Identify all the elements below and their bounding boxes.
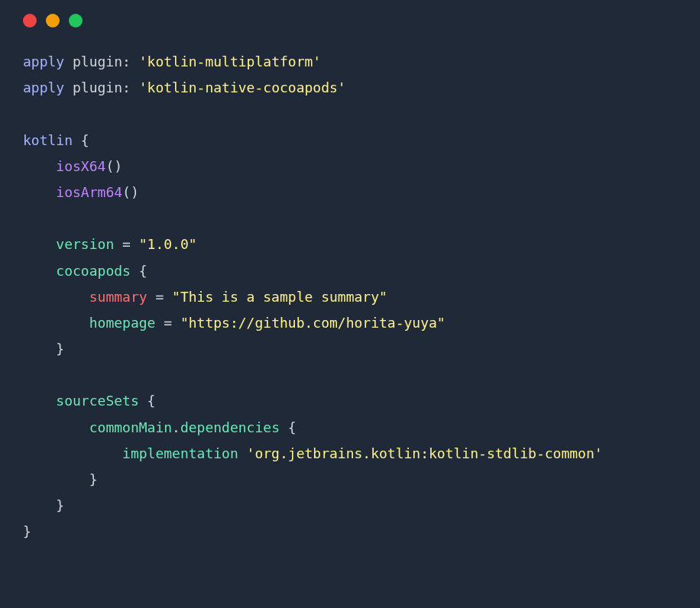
parens: () <box>105 158 122 174</box>
text: plugin: <box>64 53 139 70</box>
indent <box>23 497 56 513</box>
indent <box>23 289 89 305</box>
function-call: iosX64 <box>56 158 105 174</box>
indent <box>23 419 89 435</box>
brace: } <box>89 471 98 487</box>
identifier: dependencies <box>180 419 280 435</box>
indent <box>23 341 56 357</box>
indent <box>23 236 56 252</box>
string-literal: 'org.jetbrains.kotlin:kotlin-stdlib-comm… <box>247 445 603 461</box>
code-window: apply plugin: 'kotlin-multiplatform' app… <box>0 0 700 608</box>
identifier: cocoapods <box>56 263 131 279</box>
string-literal: "https://github.com/horita-yuya" <box>180 315 446 331</box>
function-call: iosArm64 <box>56 184 122 200</box>
maximize-icon[interactable] <box>69 14 83 27</box>
string-literal: 'kotlin-native-cocoapods' <box>139 79 346 95</box>
identifier: homepage <box>89 315 156 331</box>
keyword-apply: apply <box>23 53 64 70</box>
keyword-kotlin: kotlin <box>23 132 73 148</box>
window-titlebar <box>0 0 700 27</box>
brace: { <box>139 393 156 409</box>
close-icon[interactable] <box>23 14 37 27</box>
brace: { <box>73 132 89 148</box>
identifier: commonMain <box>89 419 172 435</box>
brace: } <box>23 523 31 539</box>
brace: } <box>56 497 64 513</box>
operator: = <box>147 289 173 305</box>
parens: () <box>122 184 139 200</box>
indent <box>23 158 56 174</box>
space <box>238 445 247 461</box>
string-literal: "This is a sample summary" <box>172 289 387 305</box>
brace: { <box>131 263 147 279</box>
operator: = <box>114 236 139 252</box>
identifier: implementation <box>122 445 238 461</box>
string-literal: "1.0.0" <box>139 236 197 252</box>
brace: { <box>280 419 297 435</box>
indent <box>23 471 89 487</box>
keyword-apply: apply <box>23 79 64 95</box>
text: plugin: <box>64 79 139 95</box>
identifier: summary <box>89 289 147 305</box>
identifier: version <box>56 236 114 252</box>
dot: . <box>172 419 180 435</box>
string-literal: 'kotlin-multiplatform' <box>139 53 321 70</box>
indent <box>23 315 89 331</box>
identifier: sourceSets <box>56 393 138 409</box>
minimize-icon[interactable] <box>46 14 60 27</box>
indent <box>23 445 122 461</box>
operator: = <box>155 315 180 331</box>
code-editor[interactable]: apply plugin: 'kotlin-multiplatform' app… <box>0 27 700 568</box>
indent <box>23 263 56 279</box>
indent <box>23 184 56 200</box>
brace: } <box>56 341 64 357</box>
indent <box>23 393 56 409</box>
